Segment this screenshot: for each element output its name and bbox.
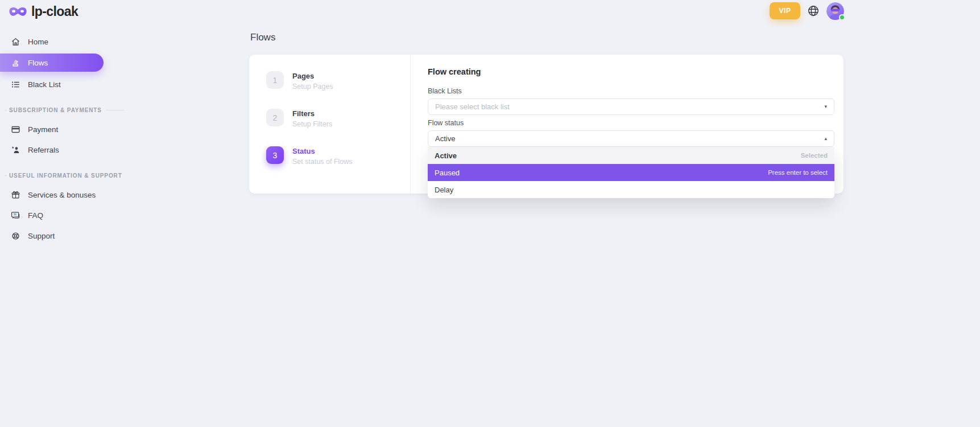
step-subtitle: Setup Filters [292,121,332,129]
referrals-icon [11,145,20,155]
black-lists-label: Black Lists [428,88,834,95]
sidebar-item-label: Support [28,232,55,240]
flow-wizard-card: 1 Pages Setup Pages 2 Filters Setup Filt… [249,55,843,194]
sidebar-item-flows[interactable]: Flows [0,54,104,72]
avatar[interactable] [826,2,844,20]
topbar: VIP [770,2,844,20]
black-lists-select[interactable]: Please select black list ▾ [428,98,834,115]
page-title: Flows [250,32,275,43]
section-label-useful-information: USEFUL INFORMATION & SUPPORT [0,173,119,179]
home-icon [11,37,20,47]
sidebar: Home Flows Black List SUBSCRIPTION & PAY… [0,34,119,244]
section-label-subscription-payments: SUBSCRIPTION & PAYMENTS [0,107,119,113]
sidebar-item-label: Flows [28,59,48,67]
sidebar-item-support[interactable]: Support [0,228,119,244]
sidebar-item-services-bonuses[interactable]: Services & bonuses [0,187,119,203]
sidebar-item-referrals[interactable]: Referrals [0,142,119,158]
step-subtitle: Set status of Flows [292,158,353,166]
gift-icon [11,190,20,200]
step-title: Pages [292,72,333,80]
flows-icon [11,58,20,68]
option-hint-selected: Selected [801,152,828,159]
flow-status-dropdown: Active Selected Paused Press enter to se… [428,147,834,198]
option-active[interactable]: Active Selected [428,147,834,164]
mask-logo-icon [9,6,27,18]
step-number-badge: 1 [266,71,284,89]
sidebar-item-label: Home [28,38,48,46]
logo-text: lp-cloak [31,4,78,19]
option-hint-press-enter: Press enter to select [768,169,828,176]
sidebar-item-label: Payment [28,125,58,134]
step-title: Filters [292,110,332,118]
language-button[interactable] [807,5,820,17]
flow-creating-form: Flow creating Black Lists Please select … [411,55,843,194]
option-label: Active [435,151,457,160]
sidebar-item-black-list[interactable]: Black List [0,76,119,92]
flow-status-select[interactable]: Active ▴ [428,130,834,147]
flow-status-label: Flow status [428,120,834,127]
globe-icon [807,5,820,17]
flow-status-value: Active [435,134,455,143]
sidebar-item-label: Referrals [28,146,59,154]
chevron-up-icon: ▴ [824,136,827,141]
black-lists-placeholder: Please select black list [435,102,510,111]
option-label: Paused [435,169,460,177]
online-status-dot [839,14,845,20]
step-filters[interactable]: 2 Filters Setup Filters [266,109,410,129]
step-title: Status [292,147,353,155]
vip-button[interactable]: VIP [770,2,800,19]
app-logo[interactable]: lp-cloak [9,4,78,19]
sidebar-item-payment[interactable]: Payment [0,121,119,137]
form-title: Flow creating [428,68,834,76]
option-label: Delay [435,186,453,194]
step-number-badge: 3 [266,146,284,164]
option-delay[interactable]: Delay [428,181,834,198]
sidebar-item-faq[interactable]: ?! FAQ [0,207,119,223]
sidebar-item-home[interactable]: Home [0,34,119,50]
sidebar-item-label: FAQ [28,211,43,220]
step-pages[interactable]: 1 Pages Setup Pages [266,71,410,91]
step-number-badge: 2 [266,109,284,126]
lifebuoy-icon [11,231,20,241]
svg-text:?!: ?! [14,213,16,216]
sidebar-item-label: Services & bonuses [28,191,96,199]
step-subtitle: Setup Pages [292,83,333,91]
faq-icon: ?! [11,211,20,220]
sidebar-item-label: Black List [28,80,61,89]
wizard-steps: 1 Pages Setup Pages 2 Filters Setup Filt… [249,55,411,194]
option-paused[interactable]: Paused Press enter to select [428,164,834,181]
credit-card-icon [11,125,20,134]
chevron-down-icon: ▾ [824,104,827,109]
list-icon [11,80,20,89]
step-status[interactable]: 3 Status Set status of Flows [266,146,410,166]
